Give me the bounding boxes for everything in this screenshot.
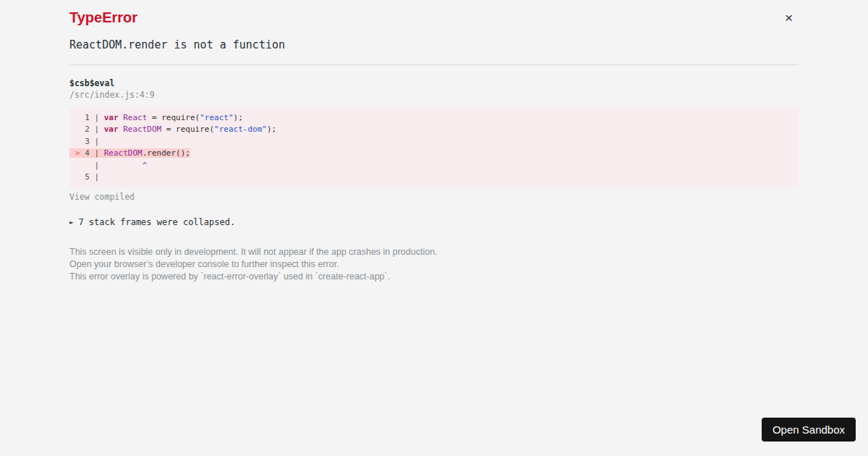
code-line: 1 | var React = require("react"); <box>75 113 243 122</box>
stack-frames-toggle[interactable]: ►7 stack frames were collapsed. <box>69 217 799 227</box>
error-overlay: TypeError × ReactDOM.render is not a fun… <box>0 0 868 282</box>
close-icon[interactable]: × <box>785 11 793 25</box>
header-row: TypeError × <box>69 9 799 26</box>
frame-location: /src/index.js:4:9 <box>69 90 799 100</box>
note-line: This screen is visible only in developme… <box>69 246 799 258</box>
frame-function-name: $csb$eval <box>69 79 799 88</box>
code-line-highlighted: > 4 | ReactDOM.render(); <box>69 148 190 158</box>
expand-arrow-icon: ► <box>69 217 73 227</box>
code-line: | ^ <box>75 161 147 170</box>
code-frame: 1 | var React = require("react"); 2 | va… <box>69 108 799 187</box>
note-line: Open your browser’s developer console to… <box>69 258 799 271</box>
open-sandbox-button[interactable]: Open Sandbox <box>762 418 856 442</box>
code-line: 5 | <box>75 172 104 182</box>
error-title: TypeError <box>69 9 137 26</box>
footer-notes: This screen is visible only in developme… <box>69 246 799 282</box>
page: { "page": { "background": "#f4f4f4" }, "… <box>0 0 868 456</box>
code-line: 2 | var ReactDOM = require("react-dom"); <box>75 124 276 134</box>
code-line: 3 | <box>75 137 104 146</box>
stack-frames-toggle-label: 7 stack frames were collapsed. <box>78 217 235 227</box>
error-message: ReactDOM.render is not a function <box>69 38 799 51</box>
view-compiled-link[interactable]: View compiled <box>69 193 135 202</box>
divider <box>69 64 799 65</box>
note-line: This error overlay is powered by `react-… <box>69 271 799 283</box>
